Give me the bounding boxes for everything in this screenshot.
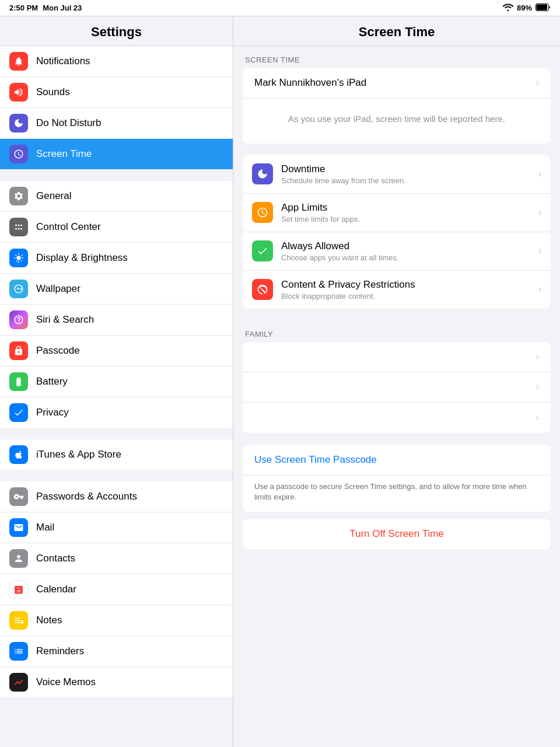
status-left: 2:50 PM Mon Jul 23 — [9, 4, 82, 12]
reminders-label: Reminders — [36, 645, 84, 657]
downtime-title: Downtime — [281, 163, 534, 175]
voice-memos-icon — [9, 673, 28, 692]
passwords-accounts-label: Passwords & Accounts — [36, 491, 137, 502]
siri-icon — [9, 310, 28, 329]
downtime-content: Downtime Schedule time away from the scr… — [281, 163, 534, 185]
svg-point-3 — [18, 225, 20, 226]
sidebar-item-reminders[interactable]: Reminders — [0, 636, 233, 667]
battery-sidebar-label: Battery — [36, 376, 68, 388]
family-section-label: FAMILY — [233, 320, 560, 342]
sidebar-item-contacts[interactable]: Contacts — [0, 543, 233, 574]
device-chevron: › — [536, 78, 539, 88]
always-allowed-subtitle: Choose apps you want at all times. — [281, 253, 534, 262]
notifications-icon — [9, 52, 28, 71]
notes-icon — [9, 611, 28, 630]
contacts-icon — [9, 549, 28, 568]
contacts-label: Contacts — [36, 553, 75, 564]
reminders-icon — [9, 642, 28, 661]
family-row-3-chevron: › — [536, 413, 539, 423]
main-layout: Settings Notifications Sounds Do Not Dis… — [0, 16, 560, 747]
display-brightness-label: Display & Brightness — [36, 252, 128, 264]
general-icon — [9, 187, 28, 205]
sidebar-item-mail[interactable]: Mail — [0, 512, 233, 543]
sidebar-item-notifications[interactable]: Notifications — [0, 46, 233, 77]
display-brightness-icon — [9, 249, 28, 267]
content-privacy-chevron: › — [538, 284, 541, 295]
turn-off-card: Turn Off Screen Time — [243, 519, 551, 549]
sidebar-item-notes[interactable]: Notes — [0, 605, 233, 636]
screen-time-section-label: SCREEN TIME — [233, 46, 560, 68]
svg-point-5 — [15, 228, 17, 230]
battery-icon — [536, 4, 551, 13]
sidebar-section-mid2: iTunes & App Store — [0, 439, 233, 470]
downtime-chevron: › — [538, 169, 541, 179]
content-privacy-subtitle: Block inappropriate content. — [281, 292, 534, 301]
itunes-appstore-label: iTunes & App Store — [36, 449, 121, 460]
always-allowed-content: Always Allowed Choose apps you want at a… — [281, 240, 534, 262]
features-card: Downtime Schedule time away from the scr… — [243, 155, 551, 309]
downtime-row[interactable]: Downtime Schedule time away from the scr… — [243, 155, 551, 194]
app-limits-chevron: › — [538, 207, 541, 218]
sidebar-section-top: Notifications Sounds Do Not Disturb Scre… — [0, 46, 233, 169]
sidebar-item-control-center[interactable]: Control Center — [0, 212, 233, 243]
sidebar-item-display-brightness[interactable]: Display & Brightness — [0, 243, 233, 274]
sidebar-item-siri-search[interactable]: Siri & Search — [0, 305, 233, 336]
time: 2:50 PM — [9, 4, 38, 12]
sidebar-item-passcode[interactable]: Passcode — [0, 336, 233, 366]
screen-time-sidebar-label: Screen Time — [36, 148, 92, 160]
content-privacy-row[interactable]: Content & Privacy Restrictions Block ina… — [243, 271, 551, 309]
turn-off-link[interactable]: Turn Off Screen Time — [243, 519, 551, 549]
wifi-icon — [503, 3, 513, 13]
right-panel-title: Screen Time — [233, 16, 560, 46]
svg-point-6 — [18, 228, 20, 230]
empty-text: As you use your iPad, screen time will b… — [276, 102, 517, 141]
mail-icon — [9, 518, 28, 537]
empty-text-container: As you use your iPad, screen time will b… — [243, 99, 551, 144]
sidebar-item-wallpaper[interactable]: Wallpaper — [0, 274, 233, 305]
sidebar-item-battery[interactable]: Battery — [0, 366, 233, 397]
content-privacy-content: Content & Privacy Restrictions Block ina… — [281, 279, 534, 301]
screen-time-sidebar-icon — [9, 145, 28, 163]
sidebar-gap-3 — [0, 470, 233, 481]
sidebar: Settings Notifications Sounds Do Not Dis… — [0, 16, 233, 747]
svg-point-2 — [15, 225, 17, 226]
sidebar-item-voice-memos[interactable]: Voice Memos — [0, 667, 233, 697]
use-passcode-link[interactable]: Use Screen Time Passcode — [243, 445, 551, 476]
siri-search-label: Siri & Search — [36, 314, 94, 326]
privacy-icon — [9, 403, 28, 422]
family-row-2[interactable]: › — [243, 372, 551, 403]
do-not-disturb-icon — [9, 114, 28, 132]
app-limits-row[interactable]: App Limits Set time limits for apps. › — [243, 194, 551, 232]
app-limits-title: App Limits — [281, 202, 534, 214]
sidebar-item-passwords-accounts[interactable]: Passwords & Accounts — [0, 481, 233, 512]
family-row-1-chevron: › — [536, 351, 539, 362]
voice-memos-label: Voice Memos — [36, 676, 96, 688]
sounds-icon — [9, 83, 28, 102]
sidebar-item-do-not-disturb[interactable]: Do Not Disturb — [0, 108, 233, 139]
svg-point-7 — [20, 228, 22, 230]
sidebar-item-general[interactable]: General — [0, 181, 233, 212]
sounds-label: Sounds — [36, 86, 70, 98]
device-name: Mark Nunnikhoven's iPad — [254, 77, 366, 89]
sidebar-item-calendar[interactable]: 23 JUL Calendar — [0, 574, 233, 605]
sidebar-item-screen-time[interactable]: Screen Time — [0, 139, 233, 169]
sidebar-item-sounds[interactable]: Sounds — [0, 77, 233, 108]
sidebar-item-itunes-appstore[interactable]: iTunes & App Store — [0, 439, 233, 470]
family-row-3[interactable]: › — [243, 403, 551, 433]
always-allowed-chevron: › — [538, 246, 541, 256]
family-row-1[interactable]: › — [243, 342, 551, 372]
passcode-card: Use Screen Time Passcode Use a passcode … — [243, 445, 551, 512]
always-allowed-row[interactable]: Always Allowed Choose apps you want at a… — [243, 232, 551, 271]
sidebar-item-privacy[interactable]: Privacy — [0, 397, 233, 428]
sidebar-gap-1 — [0, 169, 233, 181]
device-row[interactable]: Mark Nunnikhoven's iPad › — [243, 68, 551, 99]
wallpaper-label: Wallpaper — [36, 283, 80, 295]
passwords-icon — [9, 487, 28, 506]
passcode-sidebar-label: Passcode — [36, 345, 80, 357]
content-privacy-title: Content & Privacy Restrictions — [281, 279, 534, 291]
device-card: Mark Nunnikhoven's iPad › As you use you… — [243, 68, 551, 144]
app-limits-subtitle: Set time limits for apps. — [281, 215, 534, 224]
mail-label: Mail — [36, 522, 54, 533]
right-panel: Screen Time SCREEN TIME Mark Nunnikhoven… — [233, 16, 560, 747]
sidebar-title: Settings — [0, 16, 233, 46]
